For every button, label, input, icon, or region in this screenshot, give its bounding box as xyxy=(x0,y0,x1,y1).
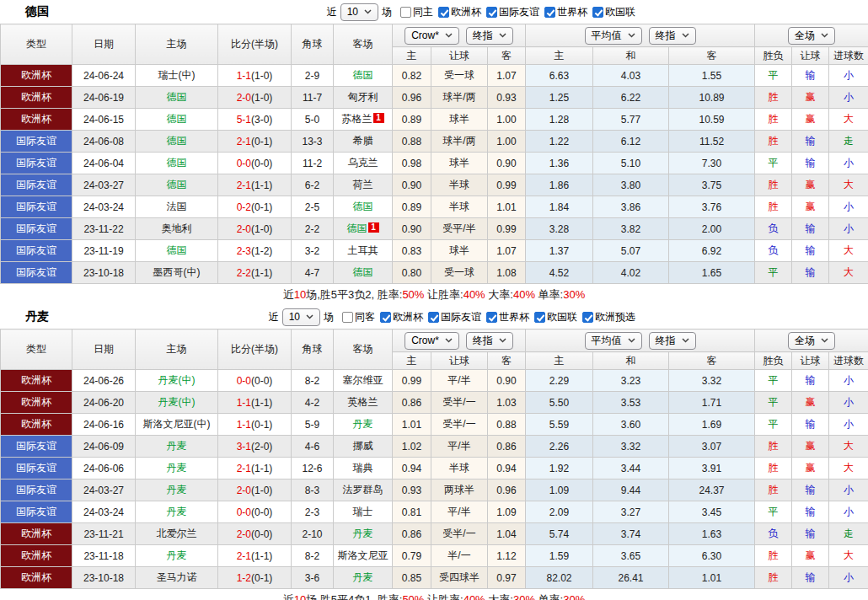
odds-company-select[interactable]: Crow* xyxy=(405,332,459,350)
match-row: 国际友谊24-06-04德国0-0(0-0)11-2乌克兰0.98球半0.901… xyxy=(1,153,868,174)
score-cell: 1-1(1-1) xyxy=(218,392,292,414)
competition-checkbox[interactable]: 欧洲杯 xyxy=(380,310,423,324)
euro-away-odds-cell: 3.76 xyxy=(669,196,755,218)
home-team-cell: 丹麦(中) xyxy=(136,392,218,414)
euro-draw-odds-cell: 3.86 xyxy=(593,196,669,218)
match-row: 国际友谊23-10-18墨西哥(中)2-2(1-1)4-7德国0.80受一球1.… xyxy=(1,262,868,284)
match-row: 欧洲杯24-06-24瑞士(中)1-1(1-0)2-9德国0.82受一球1.07… xyxy=(1,65,868,87)
date-cell: 24-06-15 xyxy=(72,109,136,131)
asian-handicap-cell: 球半 xyxy=(431,153,488,174)
corners-cell: 11-2 xyxy=(292,153,334,174)
full-time-score: 1-1 xyxy=(237,70,251,82)
euro-away-odds-cell: 7.30 xyxy=(669,153,755,174)
recent-label: 近 xyxy=(269,310,279,324)
handicap-result-cell: 输 xyxy=(792,501,829,523)
half-time-score: (0-0) xyxy=(251,528,272,540)
competition-checkbox[interactable]: 国际友谊 xyxy=(486,5,539,19)
recent-matches-select[interactable]: 10 xyxy=(340,3,378,21)
team-name: 德国 xyxy=(25,4,49,19)
column-header: 和 xyxy=(593,352,669,370)
team-name-text: 丹麦 xyxy=(167,484,187,496)
corners-cell: 8-2 xyxy=(292,370,334,392)
date-cell: 23-11-21 xyxy=(72,523,136,545)
checkbox-checked-icon xyxy=(486,312,497,323)
home-team-cell: 丹麦(中) xyxy=(136,370,218,392)
team-name-text: 匈牙利 xyxy=(348,91,378,103)
home-team-cell: 墨西哥(中) xyxy=(136,262,218,284)
goals-result-cell: 大 xyxy=(829,458,868,479)
red-card-badge: 1 xyxy=(373,113,384,123)
column-header: 客 xyxy=(488,47,526,65)
euro-source-select[interactable]: 平均值 xyxy=(585,332,642,350)
type-cell: 欧洲杯 xyxy=(1,523,72,545)
euro-stage-select[interactable]: 终指 xyxy=(649,332,696,350)
checkbox-unchecked-icon xyxy=(400,7,411,18)
asian-stage-select-value: 终指 xyxy=(473,334,493,348)
competition-checkbox[interactable]: 国际友谊 xyxy=(428,310,481,324)
score-cell: 1-2(0-1) xyxy=(218,567,292,589)
full-time-score: 0-2 xyxy=(237,201,251,213)
competition-checkbox[interactable]: 欧国联 xyxy=(592,5,635,19)
match-row: 国际友谊24-06-06丹麦2-1(1-1)12-6瑞典0.94半球0.941.… xyxy=(1,458,868,479)
score-cell: 2-1(1-1) xyxy=(218,458,292,479)
full-time-score: 2-1 xyxy=(237,179,251,191)
competition-checkbox[interactable]: 世界杯 xyxy=(544,5,587,19)
asian-stage-select[interactable]: 终指 xyxy=(466,27,513,45)
corners-cell: 2-5 xyxy=(292,196,334,218)
result-cell: 胜 xyxy=(755,87,792,109)
handicap-result-cell: 赢 xyxy=(792,174,829,196)
match-row: 欧洲杯23-11-21北爱尔兰2-0(0-0)2-10丹麦0.86受半/一1.0… xyxy=(1,523,868,545)
checkbox-checked-icon xyxy=(438,7,449,18)
section-title-bar: 丹麦近10场同客欧洲杯国际友谊世界杯欧国联欧洲预选 xyxy=(0,305,868,329)
scope-select[interactable]: 全场 xyxy=(788,332,835,350)
euro-home-odds-cell: 1.28 xyxy=(526,109,593,131)
scope-select[interactable]: 全场 xyxy=(788,27,835,45)
recent-matches-select-value: 10 xyxy=(347,6,358,18)
handicap-result-cell: 输 xyxy=(792,567,829,589)
handicap-result-cell: 输 xyxy=(792,131,829,153)
away-team-cell: 挪威 xyxy=(334,436,393,458)
half-time-score: (3-0) xyxy=(251,114,272,126)
euro-home-odds-cell: 1.84 xyxy=(526,196,593,218)
euro-home-odds-cell: 2.09 xyxy=(526,501,593,523)
competition-checkbox[interactable]: 世界杯 xyxy=(486,310,529,324)
corners-cell: 3-2 xyxy=(292,240,334,262)
euro-stage-select[interactable]: 终指 xyxy=(649,27,696,45)
date-cell: 24-03-27 xyxy=(72,479,136,501)
score-cell: 0-0(0-0) xyxy=(218,153,292,174)
euro-source-select[interactable]: 平均值 xyxy=(585,27,642,45)
match-row: 国际友谊24-06-08德国2-1(0-1)13-3希腊0.88球半/两1.00… xyxy=(1,131,868,153)
score-cell: 2-1(1-1) xyxy=(218,545,292,567)
asian-stage-select[interactable]: 终指 xyxy=(466,332,513,350)
score-cell: 2-3(1-2) xyxy=(218,240,292,262)
date-cell: 24-06-04 xyxy=(72,153,136,174)
type-cell: 国际友谊 xyxy=(1,501,72,523)
competition-checkbox[interactable]: 欧洲杯 xyxy=(438,5,481,19)
competition-checkbox[interactable]: 欧国联 xyxy=(534,310,577,324)
checkbox-label: 国际友谊 xyxy=(441,310,481,324)
type-cell: 欧洲杯 xyxy=(1,109,72,131)
team-name-text: 德国 xyxy=(347,222,367,234)
euro-stage-select-value: 终指 xyxy=(656,334,676,348)
euro-home-odds-cell: 1.22 xyxy=(526,131,593,153)
recent-matches-select[interactable]: 10 xyxy=(282,308,320,326)
asian-away-odds-cell: 1.01 xyxy=(488,196,526,218)
team-name-text: 德国 xyxy=(353,201,373,212)
asian-home-odds-cell: 0.89 xyxy=(393,109,431,131)
euro-draw-odds-cell: 3.23 xyxy=(593,370,669,392)
match-row: 欧洲杯23-11-18丹麦2-1(1-1)8-2斯洛文尼亚0.79半/一1.12… xyxy=(1,545,868,567)
same-venue-checkbox[interactable]: 同主 xyxy=(400,5,433,19)
handicap-result-cell: 输 xyxy=(792,65,829,87)
goals-result-cell: 大 xyxy=(829,545,868,567)
euro-draw-odds-cell: 5.07 xyxy=(593,240,669,262)
same-venue-checkbox[interactable]: 同客 xyxy=(342,310,375,324)
home-team-cell: 德国 xyxy=(136,240,218,262)
result-cell: 平 xyxy=(755,414,792,436)
odds-company-select[interactable]: Crow* xyxy=(405,27,459,45)
full-time-score: 2-0 xyxy=(237,223,251,235)
half-time-score: (0-1) xyxy=(251,201,272,213)
competition-checkbox[interactable]: 欧洲预选 xyxy=(582,310,635,324)
summary-text: 50% xyxy=(402,593,424,600)
euro-home-odds-cell: 1.25 xyxy=(526,87,593,109)
asian-home-odds-cell: 0.96 xyxy=(393,87,431,109)
